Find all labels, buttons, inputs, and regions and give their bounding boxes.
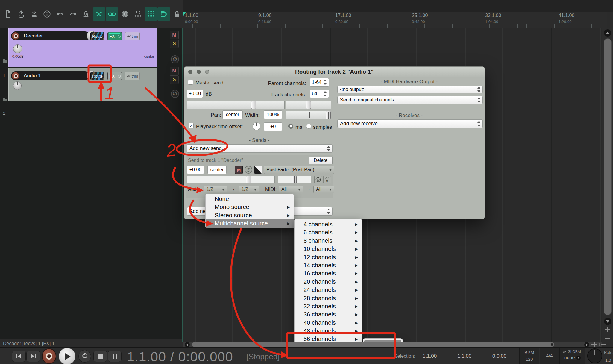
dual-pan-handle[interactable] [326,111,331,119]
width-field[interactable]: 100% [264,110,282,119]
add-send-dropdown[interactable]: Add new send... [187,144,333,153]
lock-icon[interactable] [171,7,183,21]
menu-item[interactable]: 24 channels▶ [295,286,362,294]
selection-end[interactable]: 1.1.00 [457,353,471,359]
track-volume-field[interactable]: +0.00 [187,90,203,98]
track-channels-stepper[interactable]: 64 [310,90,329,98]
width-slider[interactable] [286,101,331,109]
track-audio1[interactable]: Audio 1 Route FX trim [8,68,157,101]
menu-item[interactable]: 16 channels▶ [295,269,362,277]
route-button[interactable]: Route [90,72,104,80]
phase-button[interactable]: ∅ [171,55,179,63]
metronome-icon[interactable] [80,7,92,21]
trim-button[interactable]: trim [125,32,140,40]
export-icon[interactable] [15,7,27,21]
menu-item[interactable]: Mono source▶ [206,203,294,211]
import-icon[interactable] [28,7,40,21]
folder-icon[interactable] [3,60,7,63]
scroll-left-icon[interactable] [185,342,190,347]
playback-offset-checkbox[interactable]: ✓ [189,123,194,128]
send-pan-slider[interactable] [278,176,311,183]
global-value[interactable]: none [564,355,575,360]
midi-icon[interactable] [314,176,322,183]
route-button[interactable]: Route [90,32,104,40]
samples-radio[interactable] [306,124,311,129]
track-name-pill[interactable] [11,31,89,40]
rate-value[interactable]: 1.0 [605,358,611,363]
dialog-titlebar[interactable]: Routing for track 2 "Audio 1" [184,67,485,77]
width-slider-handle[interactable] [306,101,311,109]
record-arm-button[interactable] [12,32,19,40]
menu-item[interactable]: 28 channels▶ [295,294,362,302]
offset-knob[interactable] [253,122,260,130]
zoom-out-vertical-icon[interactable] [605,336,610,341]
send-mute-button[interactable]: M [235,166,243,174]
pan-knob[interactable] [13,44,22,53]
pause-button[interactable] [108,351,122,362]
menu-item[interactable]: 6 channels▶ [295,228,362,236]
selection-start[interactable]: 1.1.00 [423,353,437,359]
info-icon[interactable] [41,7,53,21]
bpm-value[interactable]: 120 [520,357,539,362]
delete-send-button[interactable]: Delete [309,157,333,164]
scroll-up-icon[interactable] [604,29,611,37]
mute-button[interactable]: M [170,31,179,39]
send-volume-handle[interactable] [246,176,251,183]
menu-item[interactable]: 8 channels▶ [295,237,362,245]
transport-position[interactable]: 1.1.00 / 0:00.000 [127,349,233,364]
send-volume-slider[interactable] [187,176,275,183]
fx-button[interactable]: FX [107,32,122,40]
play-button[interactable] [59,348,75,364]
repeat-button[interactable] [78,350,91,363]
midi-output-dropdown[interactable]: <no output> [337,86,483,93]
track-name-pill[interactable] [11,71,89,80]
record-button[interactable] [42,348,56,364]
horizontal-scrollbar[interactable] [183,342,602,348]
solo-button[interactable]: S [170,40,179,48]
zoom-out-horizontal-icon[interactable] [601,342,606,347]
grid-blocks-icon[interactable] [119,7,131,21]
fx-button[interactable]: FX [107,72,122,80]
go-to-end-button[interactable] [26,351,40,362]
snap-magnet-icon[interactable] [157,7,170,21]
routing-link-icon[interactable] [132,7,144,21]
track-decoder[interactable]: Decoder Route FX trim 0.00dB center [8,28,157,67]
playrate-knob[interactable] [587,348,602,363]
vertical-scroll-thumb[interactable] [604,38,612,315]
send-mode-icon[interactable] [254,166,262,174]
scroll-right-icon[interactable] [584,342,589,347]
pan-knob[interactable] [13,81,22,90]
menu-item[interactable]: Stereo source▶ [206,211,294,219]
send-phase-button[interactable]: ∅ [245,166,252,174]
menu-item[interactable]: 40 channels▶ [295,319,362,327]
send-volume-field[interactable]: +0.00 [187,166,204,174]
audio-src-dropdown[interactable]: 1/2 [204,186,227,193]
midi-dst-dropdown[interactable]: All [313,186,334,193]
menu-item[interactable]: 12 channels▶ [295,253,362,261]
midi-output-mode-dropdown[interactable]: Send to original channels [337,96,483,104]
link-icon[interactable] [106,7,118,21]
zoom-in-vertical-icon[interactable] [605,327,610,332]
trim-send-button[interactable]: tr [323,176,331,183]
trim-button[interactable]: trim [125,72,140,80]
undo-icon[interactable] [54,7,66,21]
ms-radio[interactable] [288,124,293,129]
folder-icon[interactable] [3,99,7,101]
horizontal-scroll-thumb[interactable] [192,342,554,347]
menu-item[interactable]: None▶ [206,195,294,203]
scroll-down-icon[interactable] [604,318,611,325]
menu-item[interactable]: 36 channels▶ [295,310,362,318]
record-arm-button[interactable] [12,72,19,80]
send-mode-dropdown[interactable]: Post-Fader (Post-Pan) [264,166,334,174]
track-name[interactable]: Audio 1 [24,73,41,79]
new-file-icon[interactable] [2,7,14,21]
grid-lines-icon[interactable] [145,7,157,21]
send-pan-field[interactable]: center [207,166,227,174]
go-to-start-button[interactable] [12,351,26,362]
dual-pan-slider[interactable] [286,111,331,119]
parent-channels-stepper[interactable]: 1-64 [310,78,329,87]
solo-button[interactable]: S [170,75,179,84]
audio-dst-dropdown[interactable]: 1/2 [239,186,259,193]
add-receive-dropdown[interactable]: Add new receive... [337,119,483,128]
mute-button[interactable]: M [170,67,179,75]
